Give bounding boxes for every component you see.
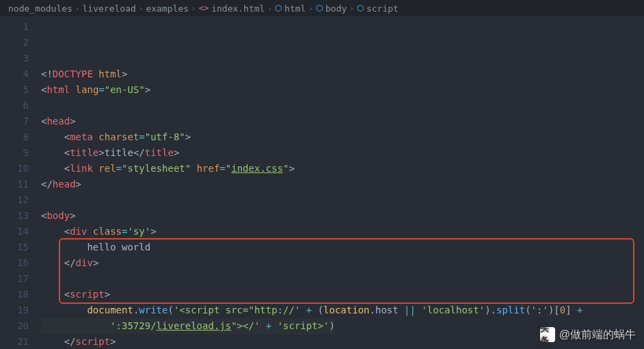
code-line[interactable]: <meta charset="utf-8"> xyxy=(41,129,644,145)
code-line[interactable] xyxy=(41,192,644,208)
line-number: 16 xyxy=(0,255,29,271)
code-line[interactable]: <html lang="en-US"> xyxy=(41,82,644,98)
code-line[interactable]: <body> xyxy=(41,208,644,224)
line-number: 2 xyxy=(0,35,29,51)
code-line[interactable]: document.write('<script src="http://' + … xyxy=(41,302,644,318)
line-number: 13 xyxy=(0,208,29,224)
code-line[interactable] xyxy=(41,271,644,287)
symbol-icon: ⬡ xyxy=(316,3,323,13)
watermark: 头条 @做前端的蜗牛 xyxy=(540,327,636,342)
breadcrumb-item[interactable]: ⬡body xyxy=(316,3,347,14)
breadcrumb-item[interactable]: node_modules xyxy=(8,3,72,14)
line-number: 21 xyxy=(0,334,29,349)
code-line[interactable]: <script> xyxy=(41,287,644,302)
watermark-text: @做前端的蜗牛 xyxy=(559,328,636,342)
line-number: 10 xyxy=(0,161,29,177)
html-file-icon: <> xyxy=(199,3,209,13)
code-area[interactable]: <!DOCTYPE html><html lang="en-US"><head>… xyxy=(41,16,644,349)
line-number: 9 xyxy=(0,145,29,161)
line-number: 17 xyxy=(0,271,29,287)
line-number: 19 xyxy=(0,302,29,318)
line-number: 1 xyxy=(0,19,29,35)
chevron-right-icon: › xyxy=(308,4,313,13)
breadcrumb: node_modules › livereload › examples › <… xyxy=(0,0,644,16)
chevron-right-icon: › xyxy=(139,4,144,13)
symbol-icon: ⬡ xyxy=(275,3,282,13)
chevron-right-icon: › xyxy=(267,4,272,13)
watermark-icon: 头条 xyxy=(540,327,555,342)
line-number: 11 xyxy=(0,177,29,192)
code-line[interactable]: <div class='sy'> xyxy=(41,224,644,240)
breadcrumb-item[interactable]: ⬡script xyxy=(357,3,399,14)
code-line[interactable]: </head> xyxy=(41,177,644,192)
line-number: 20 xyxy=(0,318,29,334)
symbol-icon: ⬡ xyxy=(357,3,364,13)
line-number: 14 xyxy=(0,224,29,240)
code-line[interactable]: <!DOCTYPE html> xyxy=(41,66,644,82)
line-number: 7 xyxy=(0,114,29,129)
line-number: 3 xyxy=(0,51,29,66)
line-number: 18 xyxy=(0,287,29,302)
chevron-right-icon: › xyxy=(191,4,196,13)
code-line[interactable]: </div> xyxy=(41,255,644,271)
breadcrumb-item[interactable]: ⬡html xyxy=(275,3,306,14)
breadcrumb-item[interactable]: examples xyxy=(146,3,189,14)
code-line[interactable]: <title>title</title> xyxy=(41,145,644,161)
line-number: 5 xyxy=(0,82,29,98)
code-line[interactable]: hello world xyxy=(41,240,644,255)
line-number: 6 xyxy=(0,98,29,114)
line-number: 4 xyxy=(0,66,29,82)
breadcrumb-item[interactable]: livereload xyxy=(83,3,136,14)
breadcrumb-item[interactable]: <>index.html xyxy=(199,3,265,14)
line-number: 15 xyxy=(0,240,29,255)
code-line[interactable] xyxy=(41,98,644,114)
line-number: 12 xyxy=(0,192,29,208)
line-number-gutter: 123456789101112131415161718192021 xyxy=(0,16,41,349)
chevron-right-icon: › xyxy=(75,4,80,13)
code-editor[interactable]: 123456789101112131415161718192021 <!DOCT… xyxy=(0,16,644,349)
line-number: 8 xyxy=(0,129,29,145)
code-line[interactable]: <head> xyxy=(41,114,644,129)
chevron-right-icon: › xyxy=(349,4,354,13)
code-line[interactable]: <link rel="stylesheet" href="index.css"> xyxy=(41,161,644,177)
